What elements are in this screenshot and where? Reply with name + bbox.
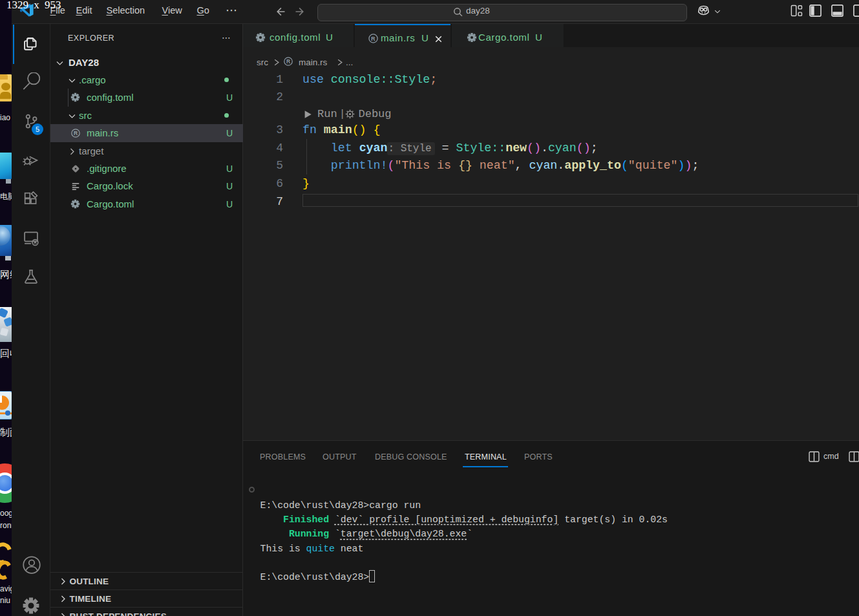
svg-text:R: R [74,130,78,136]
svg-text:R: R [286,58,290,65]
svg-text:R: R [371,36,376,42]
